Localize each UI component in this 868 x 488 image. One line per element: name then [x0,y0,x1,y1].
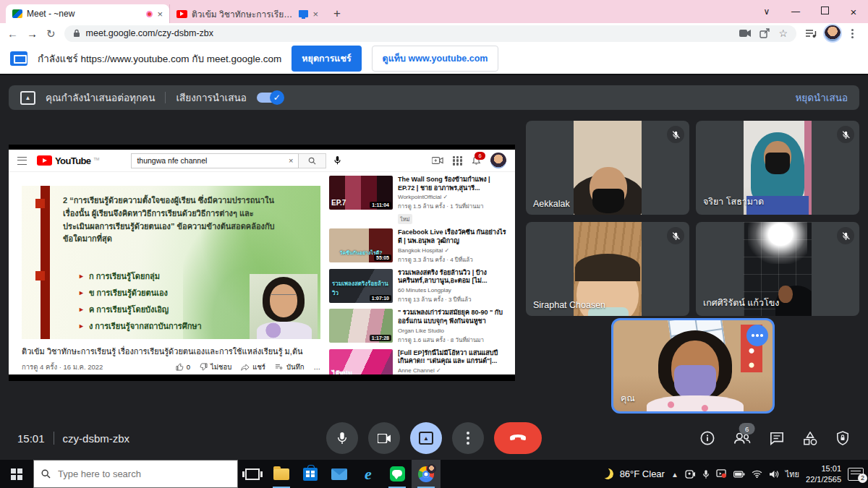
mic-button[interactable] [326,422,358,454]
keyboard-language[interactable]: ไทย [786,468,799,481]
dislike-button[interactable]: ไม่ชอบ [200,361,231,372]
tab-close-icon[interactable]: × [157,9,163,19]
task-view-button[interactable] [238,460,267,488]
video-title: ติวเข้ม วิชาทักษะการเรียนรู้ เรื่องการเร… [22,345,320,358]
store-icon [303,468,318,481]
tray-mic-icon[interactable] [702,469,710,479]
playlist-extension-icon[interactable] [805,29,817,38]
tray-battery-icon[interactable] [733,471,745,478]
video-thumbnail: รวมเพลงสตริงร้อยล้านวิว 1:07:10 [329,269,393,303]
presentation-audio-toggle[interactable]: ✓ [257,93,283,103]
tray-wifi-icon[interactable] [752,470,762,478]
forward-icon[interactable]: → [27,28,38,39]
video-thumbnail: 1:17:28 [329,309,393,343]
youtube-search-input[interactable] [137,156,286,165]
window-controls: ∨ — × [752,0,868,23]
profile-avatar[interactable] [823,24,842,43]
suggested-video[interactable]: รวมเพลงสตริงร้อยล้านวิว 1:07:10 รวมเพลงส… [329,269,507,304]
youtube-header: YouTube TM × [9,150,515,172]
save-button[interactable]: บันทึก [275,361,305,372]
notifications-bell-icon[interactable]: 6 [472,155,481,166]
chrome-button[interactable] [412,460,441,488]
tray-expand-icon[interactable]: ▲ [671,471,678,479]
video-player-column: 2 “การเรียนรู้ด้วยความตั้งใจของผู้เรียน … [22,186,320,374]
suggested-video[interactable]: วัคซีนกันอย่างไรดี? 55:05 Facebook Live … [329,228,507,264]
internet-explorer-button[interactable]: e [354,460,383,488]
youtube-tm: TM [93,157,99,161]
more-icon [467,437,469,440]
tray-volume-icon[interactable] [769,470,779,479]
window-menu-icon[interactable]: ∨ [752,7,781,17]
lock-icon [73,29,80,38]
line-app-button[interactable] [383,460,412,488]
action-center-icon[interactable]: 2 [848,468,864,481]
more-actions[interactable]: … [314,363,321,371]
start-button[interactable] [0,460,33,488]
create-video-icon[interactable] [432,156,443,165]
youtube-avatar[interactable] [490,153,506,168]
bookmark-star-icon[interactable]: ☆ [778,27,788,39]
tray-meet-icon[interactable] [685,470,696,479]
browser-menu-icon[interactable] [851,33,854,35]
like-button[interactable]: 0 [176,363,190,371]
slide-red-band [41,186,50,339]
voice-search-icon[interactable] [333,155,341,166]
host-controls-icon[interactable] [836,431,849,445]
weather-text[interactable]: 86°F Clear [620,468,665,479]
participant-tile[interactable]: Aekkalak [526,121,689,215]
minimize-button[interactable]: — [781,7,810,17]
weather-moon-icon[interactable] [601,467,614,480]
present-button[interactable]: ▲ [410,422,442,454]
suggested-video[interactable]: ไอ้หนุ่ม 36:28 [Full EP]รักนี้ไม่มีโอ้หว… [329,349,507,375]
chat-icon[interactable] [770,432,784,445]
bullet-arrow-icon: ► [78,290,85,296]
hamburger-menu-icon[interactable] [17,157,27,165]
presenting-bar: ▲ คุณกำลังนำเสนอต่อทุกคน เสียงการนำเสนอ … [9,85,859,110]
file-explorer-button[interactable] [267,460,296,488]
share-icon[interactable] [760,28,770,38]
participants-icon[interactable]: 6 [733,432,751,445]
self-video-tile[interactable]: คุณ [611,318,775,414]
participant-tile[interactable]: จริยา โสธามาด [696,121,859,215]
mic-muted-icon [837,126,854,143]
close-button[interactable]: × [839,6,868,18]
youtube-search-box[interactable]: × [131,153,299,168]
tab-youtube[interactable]: ติวเข้ม วิชาทักษะการเรียนรู้ เรื่องก × [169,4,325,23]
suggested-video[interactable]: EP.7 1:11:04 The Wall Song ร้องข้ามกำแพง… [329,176,507,224]
camera-in-use-icon[interactable] [739,29,751,38]
participant-tile[interactable]: Siraphat Choasen [526,222,689,316]
participant-tile[interactable]: เกศศิริรัตน์ แก้วโขง [696,222,859,316]
address-bar[interactable]: meet.google.com/czy-dsbm-zbx ☆ [64,25,796,42]
taskbar-search-input[interactable] [56,468,230,480]
tab-meet[interactable]: Meet - ~new × [6,4,169,23]
youtube-apps-icon[interactable] [453,156,462,166]
mail-button[interactable] [325,460,354,488]
meeting-details-icon[interactable] [700,431,715,445]
suggested-video[interactable]: 1:17:28 " รวมเพลงเก่าร่วมสมัยยุค 80-90 "… [329,309,507,344]
more-options-button[interactable] [452,422,484,454]
tray-screen-record-icon[interactable] [716,469,727,479]
stop-sharing-button[interactable]: หยุดการแชร์ [292,46,361,72]
back-icon[interactable]: ← [7,28,18,39]
share-button[interactable]: แชร์ [241,361,265,372]
activities-icon[interactable] [803,432,817,445]
new-tab-button[interactable]: + [333,4,341,23]
tab-close-icon[interactable]: × [312,9,318,19]
clear-search-icon[interactable]: × [289,156,293,165]
restore-button[interactable] [810,7,839,17]
taskbar-clock[interactable]: 15:01 22/1/2565 [806,463,841,485]
taskbar-search[interactable] [33,460,238,488]
video-thumbnail: EP.7 1:11:04 [329,176,393,210]
youtube-logo[interactable]: YouTube TM [37,155,99,166]
reload-icon[interactable]: ↻ [46,28,56,39]
camera-button[interactable] [368,422,400,454]
microsoft-store-button[interactable] [296,460,325,488]
leave-call-button[interactable] [494,422,542,454]
presenting-label: คุณกำลังนำเสนอต่อทุกคน [46,90,155,106]
stop-presenting-button[interactable]: หยุดนำเสนอ [795,90,848,106]
tile-options-button[interactable] [746,325,768,346]
mic-muted-icon [667,227,684,244]
view-tab-button[interactable]: ดูแท็บ www.youtube.com [372,46,499,72]
youtube-search-button[interactable] [299,153,326,168]
video-player[interactable]: 2 “การเรียนรู้ด้วยความตั้งใจของผู้เรียน … [22,186,320,339]
